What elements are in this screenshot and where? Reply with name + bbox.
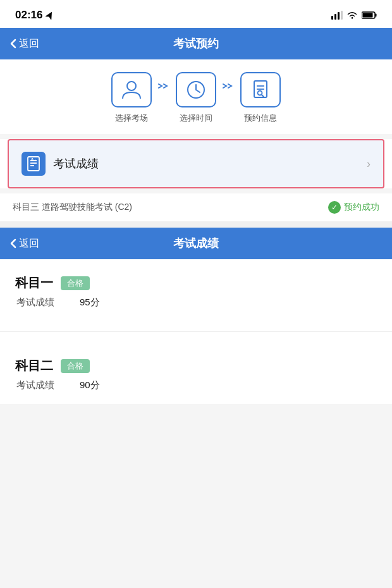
- score-row-2: 科目二 合格: [15, 357, 377, 374]
- menu-section: A + 考试成绩 ›: [0, 139, 392, 188]
- svg-marker-0: [46, 11, 54, 20]
- bottom-nav-title: 考试成绩: [173, 236, 219, 251]
- score-separator-1: [0, 331, 392, 332]
- bottom-back-button[interactable]: 返回: [10, 237, 39, 250]
- step-3-icon-box: [240, 72, 281, 107]
- svg-point-5: [352, 17, 353, 18]
- status-time: 02:16: [15, 9, 54, 21]
- signal-icon: [331, 11, 343, 20]
- subject-info-row: 科目三 道路驾驶技能考试 (C2) ✓ 预约成功: [0, 193, 392, 221]
- person-icon: [120, 78, 143, 101]
- step-arrow-1: [152, 72, 176, 91]
- grade-icon: A +: [25, 156, 42, 172]
- success-text: 预约成功: [344, 202, 379, 213]
- time-text: 02:16: [15, 9, 42, 21]
- doc-search-icon: [249, 78, 272, 101]
- svg-line-17: [262, 95, 264, 97]
- step-3: 预约信息: [240, 72, 281, 124]
- steps-section: 选择考场 选择时间: [0, 59, 392, 134]
- clock-icon: [185, 78, 207, 101]
- score-detail-2: 考试成绩 90分: [15, 379, 377, 391]
- status-icons: [331, 11, 377, 20]
- svg-rect-7: [376, 14, 377, 17]
- subject-text: 科目三 道路驾驶技能考试 (C2): [13, 202, 132, 213]
- score-label-2: 考试成绩: [16, 379, 54, 391]
- back-label: 返回: [19, 37, 39, 51]
- bottom-nav-bar: 返回 考试成绩: [0, 228, 392, 259]
- step-1-label: 选择考场: [115, 113, 148, 124]
- menu-item-left: A + 考试成绩: [21, 152, 99, 176]
- section-divider: [0, 221, 392, 228]
- score-section-1: 科目一 合格 考试成绩 95分: [0, 259, 392, 321]
- wifi-icon: [346, 11, 358, 20]
- exam-score-icon-box: A +: [21, 152, 46, 176]
- score-value-1: 95分: [80, 297, 100, 309]
- subject-2-name: 科目二: [15, 357, 53, 374]
- subject-1-name: 科目一: [15, 274, 53, 291]
- exam-score-menu-item[interactable]: A + 考试成绩 ›: [8, 139, 384, 188]
- step-arrow-2: [216, 72, 240, 91]
- scores-container: 科目一 合格 考试成绩 95分 科目二 合格 考试成绩 90分: [0, 259, 392, 404]
- svg-point-9: [127, 82, 136, 90]
- bottom-back-label: 返回: [19, 237, 39, 250]
- svg-rect-8: [363, 13, 373, 18]
- score-row-1: 科目一 合格: [15, 274, 377, 291]
- step-2: 选择时间: [176, 72, 216, 124]
- step-3-label: 预约信息: [244, 113, 277, 124]
- svg-text:A: A: [30, 157, 34, 162]
- step-1: 选择考场: [111, 72, 152, 124]
- score-section-2: 科目二 合格 考试成绩 90分: [0, 342, 392, 404]
- svg-rect-4: [341, 11, 343, 20]
- subject-1-pass-badge: 合格: [61, 276, 90, 290]
- score-label-1: 考试成绩: [16, 297, 54, 309]
- top-nav-title: 考试预约: [173, 36, 219, 51]
- back-button[interactable]: 返回: [10, 37, 39, 51]
- status-bar: 02:16: [0, 0, 392, 28]
- svg-rect-1: [331, 16, 333, 20]
- step-1-icon-box: [111, 72, 152, 107]
- step-2-label: 选择时间: [180, 113, 212, 124]
- svg-rect-3: [338, 12, 340, 20]
- subject-2-pass-badge: 合格: [61, 359, 90, 373]
- score-value-2: 90分: [80, 379, 100, 391]
- back-chevron-icon: [10, 39, 16, 49]
- success-check-icon: ✓: [328, 201, 341, 214]
- battery-icon: [362, 11, 377, 20]
- menu-chevron-icon: ›: [367, 157, 371, 171]
- svg-text:+: +: [35, 158, 37, 162]
- svg-rect-2: [334, 14, 336, 20]
- bottom-back-chevron-icon: [10, 238, 16, 248]
- score-detail-1: 考试成绩 95分: [15, 297, 377, 309]
- top-nav-bar: 返回 考试预约: [0, 28, 392, 59]
- location-icon: [46, 11, 54, 20]
- svg-line-12: [196, 90, 200, 92]
- success-badge: ✓ 预约成功: [328, 201, 379, 214]
- menu-item-text: 考试成绩: [53, 156, 99, 171]
- step-2-icon-box: [176, 72, 216, 107]
